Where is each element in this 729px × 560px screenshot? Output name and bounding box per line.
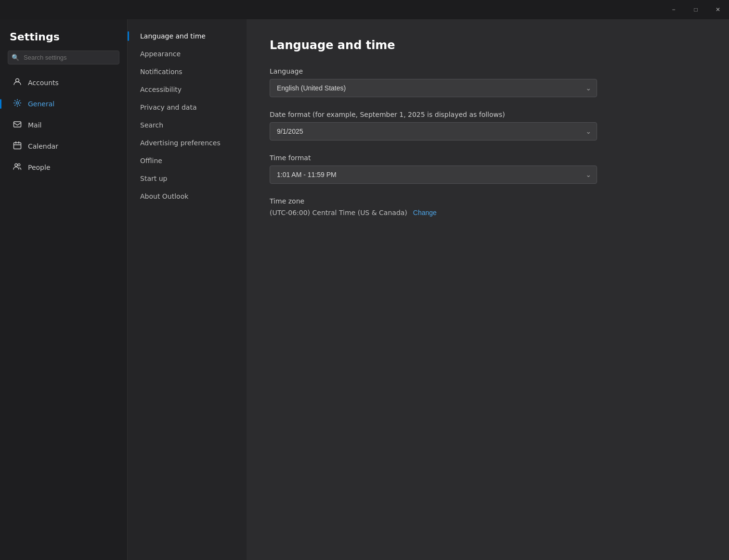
submenu-item-language-and-time[interactable]: Language and time [130, 27, 244, 45]
date-format-setting: Date format (for example, September 1, 2… [270, 111, 706, 140]
sidebar-item-general[interactable]: General [3, 94, 124, 114]
app-title: Settings [0, 27, 127, 51]
sub-sidebar: Language and time Appearance Notificatio… [127, 19, 247, 560]
submenu-item-search[interactable]: Search [130, 116, 244, 134]
language-select[interactable]: English (United States) English (United … [270, 79, 597, 97]
date-format-label: Date format (for example, September 1, 2… [270, 111, 706, 118]
page-title: Language and time [270, 38, 706, 52]
content-area: Language and time Language English (Unit… [247, 19, 729, 560]
mail-icon [13, 120, 22, 130]
timezone-label: Time zone [270, 197, 706, 205]
submenu-item-about-outlook[interactable]: About Outlook [130, 188, 244, 205]
timezone-value: (UTC-06:00) Central Time (US & Canada) [270, 209, 407, 216]
minimize-button[interactable]: − [663, 0, 685, 19]
submenu-item-notifications[interactable]: Notifications [130, 63, 244, 80]
change-timezone-button[interactable]: Change [413, 209, 437, 216]
time-format-setting: Time format 1:01 AM - 11:59 PM 13:01 - 2… [270, 154, 706, 184]
date-format-select-wrapper: 9/1/2025 1/9/2025 September 1, 2025 2025… [270, 122, 597, 140]
search-input[interactable] [8, 51, 119, 64]
submenu-item-appearance[interactable]: Appearance [130, 45, 244, 63]
svg-rect-2 [14, 122, 21, 127]
window-controls: − □ ✕ [663, 0, 729, 19]
language-label: Language [270, 67, 706, 75]
language-select-wrapper: English (United States) English (United … [270, 79, 597, 97]
search-icon: 🔍 [12, 54, 19, 61]
calendar-label: Calendar [28, 142, 58, 150]
language-setting: Language English (United States) English… [270, 67, 706, 97]
sidebar-item-accounts[interactable]: Accounts [3, 73, 124, 93]
close-button[interactable]: ✕ [707, 0, 729, 19]
title-bar: − □ ✕ [0, 0, 729, 19]
time-format-label: Time format [270, 154, 706, 162]
submenu-item-privacy-and-data[interactable]: Privacy and data [130, 99, 244, 116]
accounts-label: Accounts [28, 79, 59, 87]
svg-point-1 [16, 102, 19, 104]
svg-point-4 [15, 164, 18, 166]
svg-rect-3 [14, 143, 21, 149]
calendar-icon [13, 141, 22, 152]
time-format-select[interactable]: 1:01 AM - 11:59 PM 13:01 - 23:59 [270, 165, 597, 184]
app-body: Settings 🔍 Accounts General [0, 19, 729, 560]
people-icon [13, 162, 22, 173]
timezone-row: (UTC-06:00) Central Time (US & Canada) C… [270, 209, 706, 216]
nav-sidebar: Settings 🔍 Accounts General [0, 19, 127, 560]
accounts-icon [13, 77, 22, 88]
people-label: People [28, 164, 51, 171]
submenu-item-start-up[interactable]: Start up [130, 170, 244, 187]
submenu-item-advertising-preferences[interactable]: Advertising preferences [130, 134, 244, 152]
general-label: General [28, 100, 54, 108]
general-icon [13, 99, 22, 109]
submenu-item-accessibility[interactable]: Accessibility [130, 81, 244, 98]
sidebar-item-people[interactable]: People [3, 157, 124, 178]
time-format-select-wrapper: 1:01 AM - 11:59 PM 13:01 - 23:59 ⌄ [270, 165, 597, 184]
sidebar-item-mail[interactable]: Mail [3, 115, 124, 135]
mail-label: Mail [28, 121, 41, 129]
search-box[interactable]: 🔍 [8, 51, 119, 64]
maximize-button[interactable]: □ [685, 0, 707, 19]
timezone-setting: Time zone (UTC-06:00) Central Time (US &… [270, 197, 706, 216]
sidebar-item-calendar[interactable]: Calendar [3, 136, 124, 156]
submenu-item-offline[interactable]: Offline [130, 152, 244, 169]
svg-point-5 [18, 164, 20, 166]
date-format-select[interactable]: 9/1/2025 1/9/2025 September 1, 2025 2025… [270, 122, 597, 140]
